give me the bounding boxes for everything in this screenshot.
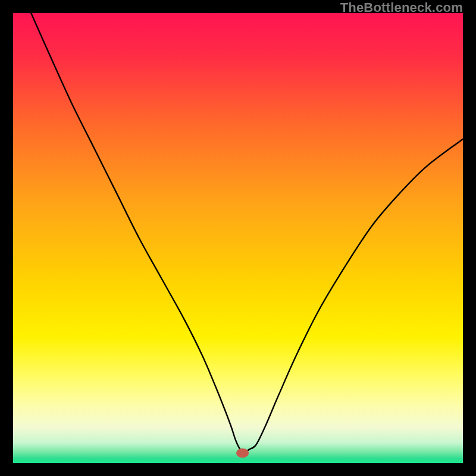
optimum-marker [236,448,249,458]
bottleneck-chart [13,13,463,463]
chart-frame: TheBottleneck.com [0,0,476,476]
gradient-background [13,13,463,463]
plot-area [13,13,463,463]
